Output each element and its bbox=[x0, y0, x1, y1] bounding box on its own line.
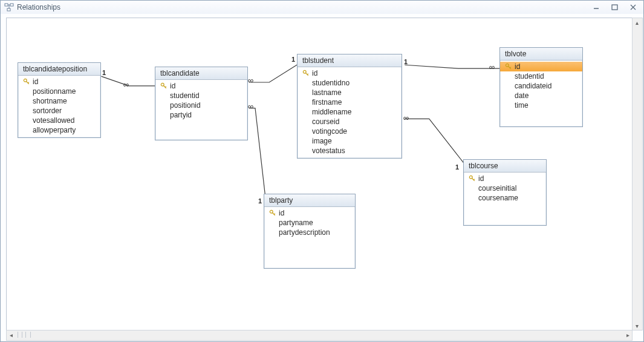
field-name: studentid bbox=[513, 72, 544, 81]
cardinality-many: ∞ bbox=[123, 80, 129, 89]
field-name: coursename bbox=[477, 194, 518, 202]
field-name: time bbox=[513, 101, 529, 110]
field-row[interactable]: date bbox=[500, 91, 582, 100]
field-row[interactable]: id bbox=[464, 174, 546, 183]
table-tblcandidate[interactable]: tblcandidate idstudentidpositionidpartyi… bbox=[155, 67, 248, 140]
cardinality-many: ∞ bbox=[248, 76, 253, 85]
table-body: idpartynamepartydescription bbox=[264, 207, 355, 240]
table-body: idcourseinitialcoursename bbox=[464, 173, 546, 205]
table-body: idpositionnameshortnamesortordervotesall… bbox=[18, 76, 100, 137]
scroll-right-arrow[interactable]: ▸ bbox=[623, 330, 632, 339]
primary-key-icon bbox=[301, 70, 311, 77]
field-row[interactable]: allowperparty bbox=[18, 125, 100, 135]
table-header[interactable]: tblparty bbox=[264, 194, 355, 207]
table-tblcandidateposition[interactable]: tblcandidateposition idpositionnameshort… bbox=[18, 62, 101, 138]
table-body: idstudentidnolastnamefirstnamemiddlename… bbox=[298, 67, 402, 158]
field-name: id bbox=[31, 77, 38, 86]
svg-rect-1 bbox=[10, 4, 13, 6]
field-row[interactable]: candidateid bbox=[500, 81, 582, 91]
field-name: firstname bbox=[311, 98, 342, 107]
field-row[interactable]: firstname bbox=[298, 97, 402, 107]
table-header[interactable]: tblcandidate bbox=[155, 67, 247, 80]
scroll-left-arrow[interactable]: ◂ bbox=[7, 330, 15, 339]
close-button[interactable] bbox=[626, 3, 640, 12]
field-row[interactable]: id bbox=[155, 81, 247, 91]
table-header[interactable]: tblcandidateposition bbox=[18, 63, 100, 76]
window-title: Relationships bbox=[17, 3, 590, 12]
table-tblstudent[interactable]: tblstudent idstudentidnolastnamefirstnam… bbox=[297, 54, 402, 159]
canvas-wrap: 1 ∞ 1 ∞ 1 ∞ 1 ∞ 1 ∞ tblcandidateposition… bbox=[1, 14, 643, 341]
field-row[interactable]: id bbox=[264, 208, 355, 218]
field-row[interactable]: id bbox=[298, 68, 402, 78]
cardinality-one: 1 bbox=[102, 69, 106, 76]
field-row[interactable]: coursename bbox=[464, 193, 546, 203]
title-bar: Relationships bbox=[1, 1, 643, 15]
svg-line-15 bbox=[307, 74, 308, 75]
field-row[interactable]: votesallowed bbox=[18, 116, 100, 125]
table-tblvote[interactable]: tblvote idstudentidcandidateiddatetime bbox=[499, 47, 583, 127]
cardinality-one: 1 bbox=[258, 197, 262, 205]
primary-key-icon bbox=[159, 82, 169, 90]
table-header[interactable]: tblstudent bbox=[298, 54, 402, 67]
svg-line-21 bbox=[274, 214, 275, 215]
horizontal-scrollbar[interactable]: ◂ ▸ bbox=[6, 330, 633, 341]
scroll-down-arrow[interactable]: ▾ bbox=[633, 321, 641, 330]
scroll-up-arrow[interactable]: ▴ bbox=[633, 18, 641, 27]
cardinality-one: 1 bbox=[404, 58, 408, 65]
field-row[interactable]: image bbox=[298, 136, 402, 146]
svg-line-24 bbox=[473, 179, 475, 180]
field-row[interactable]: studentid bbox=[155, 91, 247, 100]
field-row[interactable]: sortorder bbox=[18, 106, 100, 116]
field-row[interactable]: middlename bbox=[298, 107, 402, 117]
field-name: allowperparty bbox=[31, 126, 76, 134]
table-header[interactable]: tblcourse bbox=[464, 160, 546, 173]
svg-line-9 bbox=[28, 82, 29, 84]
field-name: id bbox=[278, 209, 284, 217]
field-name: middlename bbox=[311, 108, 351, 116]
field-row[interactable]: votingcode bbox=[298, 127, 402, 136]
field-row[interactable]: studentid bbox=[500, 71, 582, 81]
relationships-icon bbox=[4, 2, 14, 12]
diagram-canvas[interactable]: 1 ∞ 1 ∞ 1 ∞ 1 ∞ 1 ∞ tblcandidateposition… bbox=[6, 18, 633, 330]
field-name: id bbox=[477, 174, 484, 183]
field-name: image bbox=[311, 137, 332, 145]
field-name: id bbox=[169, 82, 175, 90]
cardinality-one: 1 bbox=[455, 163, 459, 171]
maximize-button[interactable] bbox=[608, 3, 622, 12]
scroll-grip[interactable] bbox=[18, 332, 31, 338]
field-name: partyname bbox=[278, 219, 313, 227]
field-name: sortorder bbox=[31, 107, 62, 115]
field-row[interactable]: lastname bbox=[298, 88, 402, 97]
field-row[interactable]: time bbox=[500, 100, 582, 110]
svg-rect-2 bbox=[7, 8, 10, 11]
field-row[interactable]: courseid bbox=[298, 117, 402, 127]
field-row[interactable]: partyname bbox=[264, 218, 355, 228]
table-tblparty[interactable]: tblparty idpartynamepartydescription bbox=[264, 194, 356, 269]
field-row[interactable]: positionid bbox=[155, 100, 247, 110]
field-row[interactable]: positionname bbox=[18, 87, 100, 96]
minimize-button[interactable] bbox=[590, 3, 603, 12]
field-row[interactable]: partydescription bbox=[264, 228, 355, 237]
field-row[interactable]: partyid bbox=[155, 110, 247, 120]
vertical-scrollbar[interactable]: ▴ ▾ bbox=[632, 18, 643, 330]
field-row[interactable]: id bbox=[500, 62, 582, 71]
field-row[interactable]: id bbox=[18, 77, 100, 87]
field-row[interactable]: studentidno bbox=[298, 78, 402, 88]
field-row[interactable]: shortname bbox=[18, 96, 100, 106]
field-name: id bbox=[311, 69, 317, 77]
field-row[interactable]: courseinitial bbox=[464, 183, 546, 193]
field-name: votestatus bbox=[311, 146, 345, 155]
field-name: partyid bbox=[169, 111, 192, 119]
table-tblcourse[interactable]: tblcourse idcourseinitialcoursename bbox=[463, 159, 547, 226]
table-body: idstudentidpositionidpartyid bbox=[155, 80, 247, 122]
field-name: shortname bbox=[31, 97, 67, 105]
cardinality-many: ∞ bbox=[403, 113, 409, 122]
table-header[interactable]: tblvote bbox=[500, 48, 582, 61]
field-row[interactable]: votestatus bbox=[298, 146, 402, 156]
field-name: courseinitial bbox=[477, 184, 516, 192]
primary-key-icon bbox=[22, 78, 31, 85]
field-name: positionname bbox=[31, 87, 76, 96]
field-name: id bbox=[513, 62, 520, 71]
field-name: lastname bbox=[311, 88, 342, 97]
primary-key-icon bbox=[467, 175, 477, 182]
